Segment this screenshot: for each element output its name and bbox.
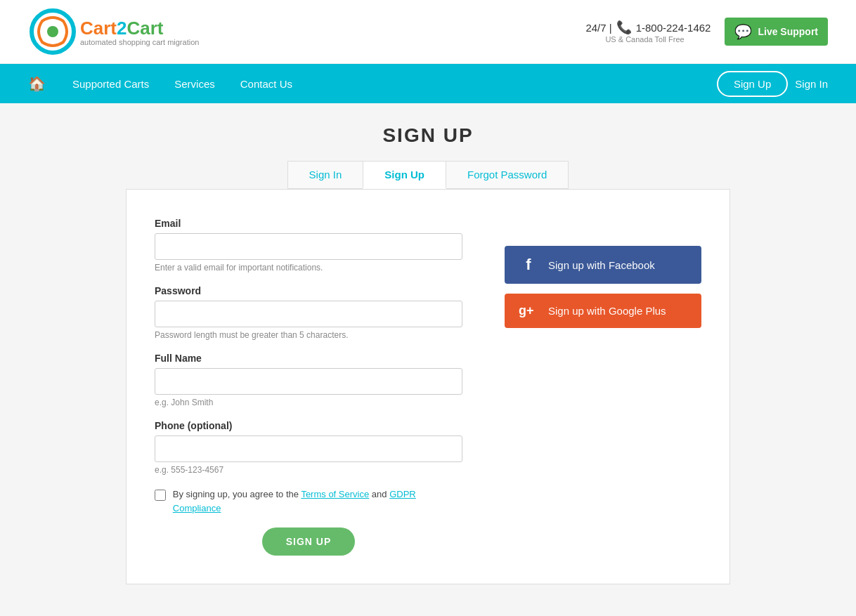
google-label: Sign up with Google Plus xyxy=(548,305,666,317)
fullname-hint: e.g. John Smith xyxy=(155,398,462,407)
agreement-prefix: By signing up, you agree to the xyxy=(173,489,299,499)
tabs: Sign In Sign Up Forgot Password xyxy=(126,161,730,189)
svg-point-1 xyxy=(47,26,58,37)
facebook-label: Sign up with Facebook xyxy=(548,259,655,271)
agreement-checkbox[interactable] xyxy=(155,490,166,501)
header-right: 24/7 | 📞 1-800-224-1462 US & Canada Toll… xyxy=(585,18,828,46)
google-plus-icon: g+ xyxy=(519,303,538,318)
email-label: Email xyxy=(155,218,462,229)
phone-icon: 📞 xyxy=(616,20,632,35)
phone-number: 1-800-224-1462 xyxy=(636,22,711,34)
fullname-group: Full Name e.g. John Smith xyxy=(155,353,462,407)
email-hint: Enter a valid email for important notifi… xyxy=(155,263,462,273)
form-left: Email Enter a valid email for important … xyxy=(155,218,462,556)
nav-supported-carts[interactable]: Supported Carts xyxy=(60,64,162,103)
password-group: Password Password length must be greater… xyxy=(155,285,462,340)
availability-text: 24/7 | xyxy=(585,22,611,34)
top-header: Cart2Cart automated shopping cart migrat… xyxy=(0,0,856,64)
facebook-signup-button[interactable]: f Sign up with Facebook xyxy=(505,246,701,284)
agreement-area: By signing up, you agree to the Terms of… xyxy=(155,487,462,515)
tab-signin[interactable]: Sign In xyxy=(287,161,363,189)
form-layout: Email Enter a valid email for important … xyxy=(155,218,701,556)
form-right: f Sign up with Facebook g+ Sign up with … xyxy=(505,218,701,556)
phone-group: Phone (optional) e.g. 555-123-4567 xyxy=(155,420,462,475)
terms-link[interactable]: Terms of Service xyxy=(301,489,369,499)
fullname-input[interactable] xyxy=(155,368,462,395)
phone-input[interactable] xyxy=(155,435,462,462)
facebook-icon: f xyxy=(519,256,538,274)
main-content: SIGN UP Sign In Sign Up Forgot Password … xyxy=(112,103,744,605)
email-group: Email Enter a valid email for important … xyxy=(155,218,462,273)
form-card: Email Enter a valid email for important … xyxy=(126,189,730,584)
password-label: Password xyxy=(155,285,462,296)
submit-button[interactable]: SIGN UP xyxy=(262,527,356,556)
page-title: SIGN UP xyxy=(126,124,730,147)
phone-label: Phone (optional) xyxy=(155,420,462,431)
tab-forgot-password[interactable]: Forgot Password xyxy=(446,161,569,189)
chat-icon: 💬 xyxy=(734,23,752,40)
phone-line: 24/7 | 📞 1-800-224-1462 xyxy=(585,20,711,35)
live-support-label: Live Support xyxy=(758,26,818,37)
agreement-text: By signing up, you agree to the Terms of… xyxy=(173,487,462,515)
google-signup-button[interactable]: g+ Sign up with Google Plus xyxy=(505,294,701,328)
tab-signup[interactable]: Sign Up xyxy=(363,161,446,189)
logo-text: Cart2Cart automated shopping cart migrat… xyxy=(80,18,199,46)
home-nav-icon[interactable]: 🏠 xyxy=(28,75,46,92)
logo-brand: Cart2Cart xyxy=(80,18,199,39)
logo[interactable]: Cart2Cart automated shopping cart migrat… xyxy=(28,7,199,56)
password-input[interactable] xyxy=(155,301,462,327)
nav-bar: 🏠 Supported Carts Services Contact Us Si… xyxy=(0,64,856,103)
logo-icon xyxy=(28,7,77,56)
nav-services[interactable]: Services xyxy=(162,64,228,103)
agreement-and: and xyxy=(372,489,387,499)
fullname-label: Full Name xyxy=(155,353,462,364)
logo-subtitle: automated shopping cart migration xyxy=(80,38,199,46)
nav-signup-button[interactable]: Sign Up xyxy=(717,71,788,97)
phone-toll: US & Canada Toll Free xyxy=(605,35,684,44)
live-support-button[interactable]: 💬 Live Support xyxy=(725,18,828,46)
phone-hint: e.g. 555-123-4567 xyxy=(155,465,462,475)
nav-signin-link[interactable]: Sign In xyxy=(795,78,828,90)
email-input[interactable] xyxy=(155,233,462,260)
phone-area: 24/7 | 📞 1-800-224-1462 US & Canada Toll… xyxy=(585,20,711,44)
nav-contact-us[interactable]: Contact Us xyxy=(228,64,305,103)
password-hint: Password length must be greater than 5 c… xyxy=(155,330,462,340)
